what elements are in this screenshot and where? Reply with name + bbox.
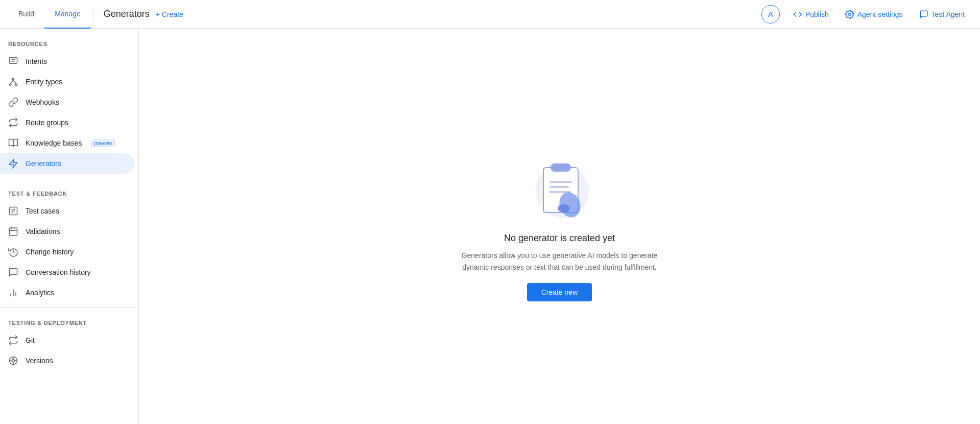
- analytics-icon: [8, 288, 18, 298]
- chat-icon: [8, 56, 18, 66]
- svg-point-5: [10, 84, 11, 85]
- sidebar-item-label: Route groups: [26, 119, 68, 127]
- sidebar-item-analytics[interactable]: Analytics: [0, 282, 134, 303]
- sidebar: RESOURCES Intents Entity types: [0, 29, 139, 424]
- history-icon: [8, 247, 18, 257]
- sidebar-item-label: Versions: [26, 357, 53, 365]
- sidebar-item-webhooks[interactable]: Webhooks: [0, 92, 134, 112]
- svg-rect-28: [551, 163, 571, 172]
- svg-point-21: [12, 360, 15, 362]
- versions-icon: [8, 356, 18, 366]
- sidebar-item-label: Entity types: [26, 78, 62, 86]
- sidebar-item-entity-types[interactable]: Entity types: [0, 72, 134, 92]
- sidebar-item-label: Webhooks: [26, 98, 59, 106]
- gear-icon: [845, 10, 854, 19]
- publish-button[interactable]: Publish: [786, 6, 836, 23]
- svg-rect-14: [10, 228, 17, 235]
- conversation-icon: [8, 267, 18, 277]
- sidebar-item-generators[interactable]: Generators: [0, 153, 134, 174]
- testcase-icon: [8, 206, 18, 216]
- svg-point-6: [15, 84, 17, 85]
- svg-point-0: [849, 13, 851, 15]
- chat-icon: [919, 10, 928, 19]
- section-testing-deployment-label: TESTING & DEPLOYMENT: [0, 312, 138, 330]
- git-icon: [8, 335, 18, 345]
- knowledge-icon: [8, 138, 18, 148]
- sidebar-item-label: Conversation history: [26, 268, 91, 276]
- svg-line-8: [13, 80, 16, 84]
- validation-icon: [8, 226, 18, 237]
- svg-point-33: [558, 204, 570, 213]
- sidebar-item-label: Intents: [26, 57, 47, 65]
- agent-settings-button[interactable]: Agent settings: [838, 6, 910, 23]
- top-actions: A Publish Agent settings Test Agent: [761, 5, 972, 23]
- sidebar-item-label: Change history: [26, 248, 74, 256]
- publish-icon: [793, 10, 802, 19]
- create-new-button[interactable]: Create new: [527, 283, 592, 301]
- sidebar-item-label: Git: [26, 336, 35, 344]
- sidebar-divider-1: [0, 178, 138, 178]
- sidebar-item-label: Validations: [26, 227, 60, 235]
- sidebar-item-label: Knowledge bases: [26, 139, 82, 147]
- sidebar-item-knowledge-bases[interactable]: Knowledge bases preview: [0, 133, 134, 153]
- main-layout: RESOURCES Intents Entity types: [0, 29, 980, 424]
- sidebar-item-label: Generators: [26, 159, 61, 168]
- entity-icon: [8, 77, 18, 87]
- section-resources-label: RESOURCES: [0, 33, 138, 51]
- sidebar-item-route-groups[interactable]: Route groups: [0, 112, 134, 133]
- svg-point-4: [12, 78, 14, 80]
- empty-illustration: [524, 151, 595, 223]
- empty-state: No generator is created yet Generators a…: [452, 151, 667, 301]
- empty-title: No generator is created yet: [504, 233, 615, 244]
- sidebar-item-intents[interactable]: Intents: [0, 51, 134, 72]
- sidebar-item-versions[interactable]: Versions: [0, 350, 134, 371]
- generators-icon: [8, 158, 18, 169]
- webhooks-icon: [8, 97, 18, 107]
- svg-rect-30: [549, 186, 569, 188]
- page-title: Generators: [104, 9, 150, 19]
- svg-marker-9: [10, 159, 17, 168]
- page-title-area: Generators + Create: [95, 9, 761, 19]
- sidebar-item-git[interactable]: Git: [0, 330, 134, 350]
- svg-rect-29: [549, 181, 572, 183]
- sidebar-divider-2: [0, 307, 138, 308]
- sidebar-item-label: Analytics: [26, 289, 54, 297]
- empty-description: Generators allow you to use generative A…: [452, 250, 667, 273]
- section-test-feedback-label: TEST & FEEDBACK: [0, 182, 138, 201]
- avatar[interactable]: A: [761, 5, 780, 23]
- tab-build[interactable]: Build: [8, 0, 44, 29]
- create-link[interactable]: + Create: [156, 10, 183, 18]
- sidebar-item-test-cases[interactable]: Test cases: [0, 201, 134, 221]
- nav-divider: [93, 7, 93, 21]
- knowledge-bases-badge: preview: [91, 139, 115, 147]
- content-area: No generator is created yet Generators a…: [139, 29, 980, 424]
- sidebar-item-validations[interactable]: Validations: [0, 221, 134, 242]
- tab-manage[interactable]: Manage: [44, 0, 91, 29]
- sidebar-item-change-history[interactable]: Change history: [0, 242, 134, 262]
- route-icon: [8, 117, 18, 128]
- top-nav: Build Manage Generators + Create A Publi…: [0, 0, 980, 29]
- sidebar-item-conversation-history[interactable]: Conversation history: [0, 262, 134, 282]
- sidebar-item-label: Test cases: [26, 207, 59, 215]
- svg-rect-1: [10, 58, 17, 64]
- svg-line-7: [10, 80, 13, 84]
- test-agent-button[interactable]: Test Agent: [912, 6, 972, 23]
